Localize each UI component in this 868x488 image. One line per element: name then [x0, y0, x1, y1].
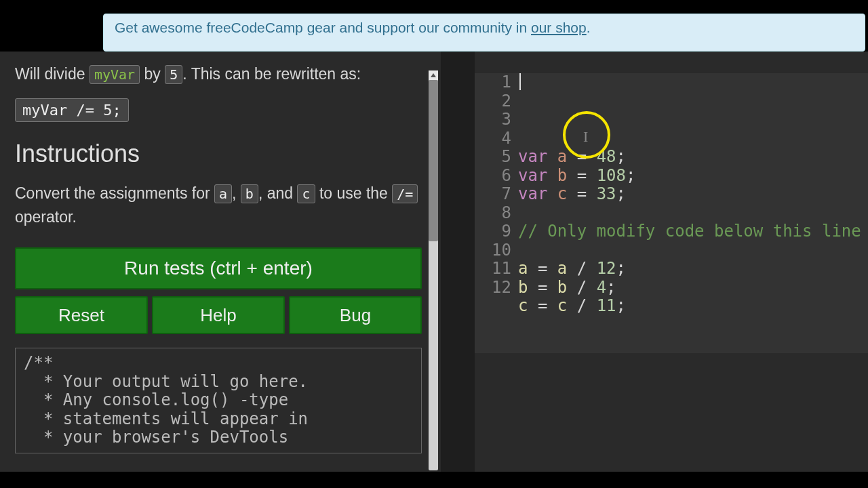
output-console: /** * Your output will go here. * Any co…: [15, 348, 422, 453]
inline-code-5: 5: [165, 65, 182, 84]
line-number: 3: [475, 110, 511, 129]
panel-divider: [441, 52, 475, 472]
line-number: 4: [475, 129, 511, 148]
line-number: 11: [475, 260, 511, 279]
line-number: 9: [475, 222, 511, 241]
inline-code-b: b: [241, 184, 258, 203]
line-number: 10: [475, 241, 511, 260]
scrollbar[interactable]: [429, 70, 438, 470]
line-number: 8: [475, 204, 511, 223]
line-number: 12: [475, 279, 511, 298]
instructions-heading: Instructions: [15, 140, 422, 168]
code-example-block: myVar /= 5;: [15, 98, 129, 122]
reset-button[interactable]: Reset: [15, 296, 148, 334]
bug-button[interactable]: Bug: [289, 296, 422, 334]
code-line[interactable]: var c = 33;: [518, 185, 868, 204]
description-line: Will divide myVar by 5. This can be rewr…: [15, 64, 422, 85]
banner-shop-link[interactable]: our shop: [531, 20, 587, 35]
instructions-text: Convert the assignments for a, b, and c …: [15, 182, 422, 228]
code-line[interactable]: [518, 334, 868, 353]
scrollbar-thumb[interactable]: [429, 80, 438, 241]
code-editor[interactable]: 123456789101112 var a = 48;var b = 108;v…: [475, 73, 868, 353]
run-tests-button[interactable]: Run tests (ctrl + enter): [15, 247, 422, 289]
code-line[interactable]: [518, 204, 868, 223]
code-line[interactable]: var a = 48;: [518, 148, 868, 167]
challenge-description-panel: Will divide myVar by 5. This can be rewr…: [0, 52, 441, 472]
code-line[interactable]: c = c / 11;: [518, 297, 868, 316]
line-number-gutter: 123456789101112: [475, 73, 518, 353]
inline-code-a: a: [214, 184, 232, 203]
line-number: 6: [475, 167, 511, 186]
code-line[interactable]: // Only modify code below this line: [518, 222, 868, 241]
help-button[interactable]: Help: [152, 296, 285, 334]
code-line[interactable]: a = a / 12;: [518, 260, 868, 279]
inline-code-myvar: myVar: [90, 65, 140, 84]
promo-banner: Get awesome freeCodeCamp gear and suppor…: [103, 14, 865, 52]
line-number: 2: [475, 92, 511, 111]
code-line[interactable]: b = b / 4;: [518, 279, 868, 298]
line-number: 1: [475, 73, 511, 92]
line-number: 7: [475, 185, 511, 204]
scrollbar-up-arrow-icon[interactable]: [429, 70, 438, 80]
inline-code-op: /=: [392, 184, 418, 203]
code-line[interactable]: var b = 108;: [518, 167, 868, 186]
code-area[interactable]: var a = 48;var b = 108;var c = 33;// Onl…: [518, 73, 868, 353]
code-line[interactable]: [518, 129, 868, 148]
code-line[interactable]: [518, 316, 868, 335]
code-line[interactable]: [518, 241, 868, 260]
text-cursor: [519, 73, 521, 90]
code-editor-panel: 123456789101112 var a = 48;var b = 108;v…: [475, 52, 868, 472]
banner-text: Get awesome freeCodeCamp gear and suppor…: [115, 20, 531, 35]
line-number: 5: [475, 148, 511, 167]
inline-code-c: c: [297, 184, 315, 203]
